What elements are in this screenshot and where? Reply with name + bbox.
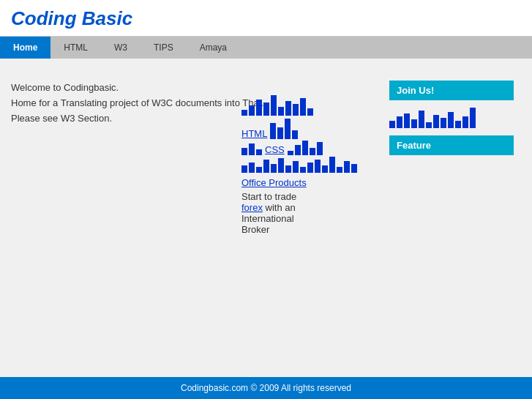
bar [300,98,306,116]
nav-tips[interactable]: TIPS [141,37,187,59]
site-title: Coding Basic [11,7,132,29]
bar [271,95,277,116]
bar [263,102,269,116]
navigation-bar: Home HTML W3 TIPS Amaya [0,37,532,59]
bar [256,100,262,116]
bar [249,105,255,116]
office-products-row: Office Products [241,177,505,188]
bar [307,108,313,116]
trade-line2: forex with an [241,202,505,213]
main-content: Welcome to Codingbasic. Home for a Trans… [11,73,521,362]
office-products-link[interactable]: Office Products [241,177,307,188]
bar [278,107,284,116]
forex-link[interactable]: forex [241,202,263,213]
right-sidebar: Join Us! Feature [389,81,514,163]
trade-line4: Broker [241,224,505,235]
join-us-box[interactable]: Join Us! [389,81,514,100]
site-header: Coding Basic [0,0,532,37]
footer: Codingbasic.com © 2009 All rights reserv… [0,377,532,399]
nav-amaya[interactable]: Amaya [187,37,240,59]
trade-line3: International [241,213,505,224]
css-bars-right [288,141,323,155]
nav-home[interactable]: Home [0,37,50,59]
bar [293,104,299,116]
trade-text: Start to trade forex with an Internation… [241,191,505,235]
html-bars [270,119,298,139]
nav-w3[interactable]: W3 [101,37,141,59]
nav-html[interactable]: HTML [50,37,101,59]
feature-box[interactable]: Feature [389,135,514,155]
trade-line1: Start to trade [241,191,505,202]
css-link[interactable]: CSS [265,144,285,155]
footer-text: Codingbasic.com © 2009 All rights reserv… [181,383,351,393]
bar [241,110,247,116]
css-bars-left [241,143,262,155]
sidebar-bars-top [389,108,514,128]
bar [285,101,291,116]
html-link[interactable]: HTML [241,128,267,139]
content-area: Welcome to Codingbasic. Home for a Trans… [0,59,532,377]
